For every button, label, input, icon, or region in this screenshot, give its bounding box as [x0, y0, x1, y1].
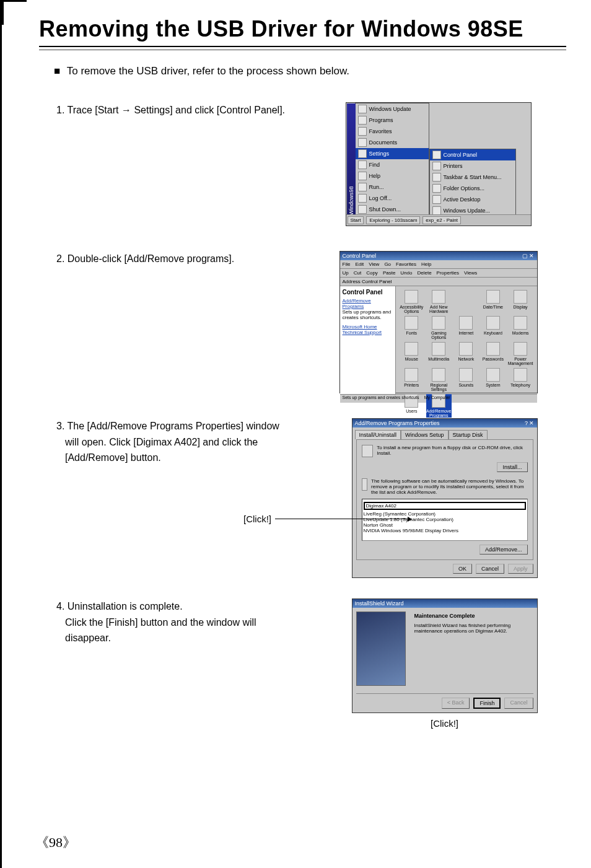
cp-multimedia[interactable]: Multimedia — [426, 342, 451, 366]
menu-logoff[interactable]: Log Off... — [356, 193, 429, 204]
arp-close-icon[interactable]: ? ✕ — [525, 420, 535, 426]
submenu-active-desktop[interactable]: Active Desktop — [430, 194, 515, 205]
click-annotation-addremove: [Click!] — [243, 514, 566, 524]
menu-go[interactable]: Go — [384, 261, 391, 267]
tab-install-uninstall[interactable]: Install/Uninstall — [355, 430, 401, 439]
menu-documents[interactable]: Documents — [356, 137, 429, 148]
cp-passwords[interactable]: Passwords — [481, 342, 506, 366]
menu-shutdown[interactable]: Shut Down... — [356, 204, 429, 215]
start-button[interactable]: Start — [348, 216, 364, 224]
cp-fonts[interactable]: Fonts — [400, 316, 424, 340]
controlpanel-icon — [432, 151, 441, 159]
ok-button[interactable]: OK — [453, 564, 472, 574]
menu-file[interactable]: File — [343, 261, 351, 267]
step-1-text: 1. Trace [Start → Settings] and click [C… — [39, 102, 299, 226]
cp-printers[interactable]: Printers — [400, 368, 424, 392]
menu-favorites[interactable]: Favorites — [396, 261, 416, 267]
cp-addressbar[interactable]: Address Control Panel — [340, 278, 537, 286]
tab-startup-disk[interactable]: Startup Disk — [449, 430, 488, 439]
list-item-digimax[interactable]: Digimax A402 — [364, 502, 526, 510]
cp-side-mshome[interactable]: Microsoft Home — [343, 324, 393, 330]
menu-windows-update[interactable]: Windows Update — [356, 103, 429, 115]
screenshot-addremove-dialog: Add/Remove Programs Properties? ✕ Instal… — [352, 418, 538, 578]
cp-toolbar: Up Cut Copy Paste Undo Delete Properties… — [340, 269, 537, 278]
menu-view[interactable]: View — [369, 261, 379, 267]
cp-gaming[interactable]: Gaming Options — [426, 316, 451, 340]
step-3-line2: will open. Click [Digimax A402] and clic… — [56, 434, 312, 450]
desktop-icon — [432, 195, 441, 204]
update-icon — [358, 105, 367, 113]
arrow-icon — [275, 519, 411, 519]
wiz-title: InstallShield Wizard — [355, 600, 404, 607]
screenshot-control-panel: Control Panel▢ ✕ File Edit View Go Favor… — [339, 251, 538, 393]
tb-delete[interactable]: Delete — [417, 270, 431, 276]
tab-windows-setup[interactable]: Windows Setup — [401, 430, 449, 439]
menu-settings[interactable]: Settings — [356, 148, 429, 159]
wiz-body: InstallShield Wizard has finished perfor… — [414, 623, 511, 634]
cp-accessibility[interactable]: Accessibility Options — [400, 290, 424, 313]
cp-display[interactable]: Display — [508, 290, 533, 313]
menu-help[interactable]: Help — [421, 261, 431, 267]
cp-sounds[interactable]: Sounds — [454, 368, 479, 392]
cp-telephony[interactable]: Telephony — [508, 368, 533, 392]
cp-datetime[interactable]: Date/Time — [481, 290, 506, 313]
tb-undo[interactable]: Undo — [400, 270, 412, 276]
tb-views[interactable]: Views — [464, 270, 477, 276]
cp-addhardware[interactable]: Add New Hardware — [426, 290, 451, 313]
list-item-nvidia[interactable]: NVIDIA Windows 95/98/ME Display Drivers — [364, 528, 526, 533]
menu-edit[interactable]: Edit — [355, 261, 364, 267]
tb-paste[interactable]: Paste — [383, 270, 395, 276]
wiz-cancel-button: Cancel — [504, 698, 533, 709]
menu-programs[interactable]: Programs — [356, 115, 429, 126]
cp-regional[interactable]: Regional Settings — [426, 368, 451, 392]
tb-properties[interactable]: Properties — [437, 270, 459, 276]
tb-up[interactable]: Up — [343, 270, 349, 276]
submenu-printers[interactable]: Printers — [430, 160, 515, 172]
find-icon — [358, 160, 367, 169]
cp-internet[interactable]: Internet — [454, 316, 479, 340]
cp-status-left: Sets up programs and creates shortcuts — [343, 395, 419, 402]
task-paint[interactable]: exp_e2 - Paint — [422, 216, 461, 224]
task-explorer[interactable]: Exploring - 103sscam — [366, 216, 420, 224]
programs-icon — [358, 116, 367, 125]
favorites-icon — [358, 127, 367, 136]
screenshot-start-menu: Windows98 Windows Update Programs Favori… — [346, 102, 532, 226]
submenu-control-panel[interactable]: Control Panel — [430, 149, 515, 160]
click-annotation-finish: [Click!] — [431, 718, 458, 729]
cp-modems[interactable]: Modems — [508, 316, 533, 340]
add-remove-button[interactable]: Add/Remove... — [479, 545, 528, 555]
step-4-line1: 4. Uninstallation is complete. — [56, 598, 312, 615]
menu-find[interactable]: Find — [356, 159, 429, 170]
page-title: Removing the USB Driver for Windows 98SE — [39, 16, 566, 42]
cancel-button[interactable]: Cancel — [476, 564, 504, 574]
cp-side-addremove[interactable]: Add/Remove Programs — [343, 298, 393, 309]
tb-copy[interactable]: Copy — [366, 270, 378, 276]
shutdown-icon — [358, 205, 367, 214]
submenu-taskbar[interactable]: Taskbar & Start Menu... — [430, 172, 515, 183]
cp-side-techsupport[interactable]: Technical Support — [343, 330, 393, 335]
tb-cut[interactable]: Cut — [354, 270, 361, 276]
cp-system[interactable]: System — [481, 368, 506, 392]
heading-rule-thin — [39, 50, 566, 50]
cp-mouse[interactable]: Mouse — [400, 342, 424, 366]
screenshot-installshield-wizard: InstallShield Wizard Maintenance Complet… — [352, 598, 538, 713]
wizard-image — [356, 612, 406, 686]
arp-mid-text: The following software can be automatica… — [371, 478, 527, 495]
run-icon — [358, 183, 367, 191]
step-3-line1: 3. The [Add/Remove Programs Properties] … — [56, 418, 312, 434]
install-button[interactable]: Install... — [497, 462, 527, 472]
start-side-label: Windows98 — [347, 103, 356, 215]
cp-power[interactable]: Power Management — [508, 342, 533, 366]
cp-side-desc: Sets up programs and creates shortcuts. — [343, 309, 393, 320]
window-buttons[interactable]: ▢ ✕ — [522, 253, 535, 259]
cp-keyboard[interactable]: Keyboard — [481, 316, 506, 340]
menu-help[interactable]: Help — [356, 170, 429, 182]
taskbar-icon — [432, 173, 441, 182]
menu-favorites[interactable]: Favorites — [356, 126, 429, 137]
cp-blank — [454, 290, 479, 313]
menu-run[interactable]: Run... — [356, 182, 429, 193]
page-number: 《98》 — [35, 833, 76, 852]
cp-network[interactable]: Network — [454, 342, 479, 366]
finish-button[interactable]: Finish — [473, 698, 501, 709]
submenu-folder-options[interactable]: Folder Options... — [430, 183, 515, 194]
